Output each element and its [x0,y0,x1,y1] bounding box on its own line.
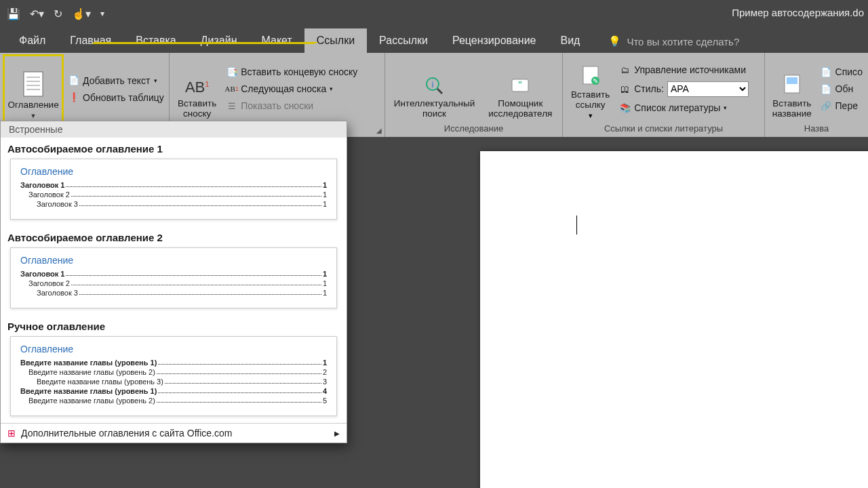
tell-me-search[interactable]: 💡 Что вы хотите сделать? [604,30,743,53]
caption-icon [782,73,802,96]
tab-mailings[interactable]: Рассылки [367,28,440,53]
preview-heading: Оглавление [20,166,327,177]
tab-home[interactable]: Главная [58,28,123,53]
document-area [347,137,868,488]
toc-row: Заголовок 11 [20,270,327,278]
toc-row: Заголовок 21 [20,190,327,199]
gallery-item-title: Автособираемое оглавление 2 [1,226,347,245]
bibliography-button[interactable]: 📚Список литературы▾ [618,101,750,115]
quote-icon: ” [510,76,530,96]
svg-text:i: i [431,79,433,89]
gallery-preview: ОглавлениеВведите название главы (уровен… [10,336,337,416]
researcher-button[interactable]: ” Помощник исследователя [483,56,557,122]
tab-file[interactable]: Файл [7,28,58,53]
ribbon-tabs: Файл Главная Вставка Дизайн Макет Ссылки… [0,27,868,53]
tab-review[interactable]: Рецензирование [440,28,549,53]
toc-label: Оглавление [7,100,58,110]
preview-heading: Оглавление [20,255,327,266]
undo-icon[interactable]: ↶▾ [30,7,44,20]
citation-style-row[interactable]: 🕮Стиль: APA [618,80,750,98]
qat-customize-icon[interactable]: ▾ [100,9,104,18]
document-page[interactable] [480,151,868,488]
text-caret [576,216,577,235]
toc-row: Введите название главы (уровень 2)2 [20,368,327,376]
tab-insert[interactable]: Вставка [123,28,188,53]
gallery-more-online[interactable]: ⊞ Дополнительные оглавления с сайта Offi… [1,423,347,443]
next-footnote-button[interactable]: AB1Следующая сноска ▾ [224,82,359,96]
update-icon: ❗ [68,92,79,103]
save-icon[interactable]: 💾 [7,7,20,20]
svg-text:✎: ✎ [593,77,598,85]
insert-endnote-button[interactable]: 📑Вставить концевую сноску [224,65,359,79]
list-icon: 📄 [821,66,832,78]
lightbulb-icon: 💡 [608,35,621,47]
svg-rect-14 [787,77,797,84]
toc-row: Введите название главы (уровень 3)3 [20,378,327,386]
preview-heading: Оглавление [20,344,327,354]
tab-view[interactable]: Вид [548,28,592,53]
show-notes-button[interactable]: ☰Показать сноски [224,99,359,113]
gallery-item[interactable]: Автособираемое оглавление 2ОглавлениеЗаг… [1,226,347,308]
insert-footnote-button[interactable]: AB1 Вставить сноску [174,56,220,122]
research-group-label: Исследование [389,122,558,136]
gallery-item[interactable]: Автособираемое оглавление 1ОглавлениеЗаг… [1,138,347,220]
toc-row: Введите название главы (уровень 1)1 [20,359,327,367]
tab-design[interactable]: Дизайн [189,28,250,53]
tell-me-placeholder: Что вы хотите сделать? [627,36,739,47]
toc-row: Заголовок 11 [20,181,327,189]
gallery-preview: ОглавлениеЗаголовок 11Заголовок 21Заголо… [10,159,337,220]
svg-line-6 [437,89,442,94]
gallery-item-title: Автособираемое оглавление 1 [1,138,347,156]
bibliography-icon: 📚 [619,102,631,114]
toc-row: Заголовок 31 [20,200,327,208]
svg-rect-0 [24,72,43,96]
toc-row: Введите название главы (уровень 1)4 [20,387,327,395]
insert-table-figures-button[interactable]: 📄Списо [819,65,864,79]
gallery-section-builtin: Встроенные [1,121,347,138]
add-text-icon: 📄 [68,75,79,86]
smart-lookup-button[interactable]: i Интеллектуальный поиск [390,56,479,122]
toc-row: Заголовок 21 [20,279,327,287]
quick-access-toolbar: 💾 ↶▾ ↻ ☝▾ ▾ Пример автосодержания.do [0,0,868,27]
update-captions-button[interactable]: 📄Обн [819,82,864,96]
insert-citation-button[interactable]: ✎ Вставить ссылку▼ [567,56,614,122]
redo-icon[interactable]: ↻ [54,7,62,20]
insert-caption-button[interactable]: Вставить название [769,56,815,122]
manage-sources-button[interactable]: 🗂Управление источниками [618,63,750,77]
gallery-item-title: Ручное оглавление [1,315,347,333]
ab-icon: AB1 [185,79,209,96]
show-notes-icon: ☰ [226,100,237,112]
tab-references[interactable]: Ссылки [304,28,367,53]
gallery-item[interactable]: Ручное оглавлениеОглавлениеВведите назва… [1,315,347,416]
add-text-button[interactable]: 📄Добавить текст▾ [66,73,165,87]
tab-layout[interactable]: Макет [250,28,304,53]
crossref-icon: 🔗 [821,100,832,112]
style-icon: 🕮 [619,83,631,95]
toc-icon [21,70,45,98]
toc-gallery: Встроенные Автособираемое оглавление 1Ог… [0,121,347,443]
toc-row: Заголовок 31 [20,289,327,297]
cross-reference-button[interactable]: 🔗Пере [819,99,864,113]
citations-group-label: Ссылки и списки литературы [567,122,760,136]
endnote-icon: 📑 [226,66,237,78]
gallery-preview: ОглавлениеЗаголовок 11Заголовок 21Заголо… [10,247,337,308]
citation-style-select[interactable]: APA [667,81,749,97]
svg-text:”: ” [519,80,522,92]
toc-button[interactable]: Оглавление ▼ [4,56,62,122]
update-cap-icon: 📄 [821,83,832,95]
manage-sources-icon: 🗂 [619,64,631,76]
magnifier-info-icon: i [425,76,445,96]
captions-group-label: Назва [769,122,864,136]
next-footnote-icon: AB1 [226,83,237,95]
footnotes-dialog-launcher[interactable]: ◢ [376,127,382,134]
touch-mode-icon[interactable]: ☝▾ [72,7,91,20]
update-table-button[interactable]: ❗Обновить таблицу [66,90,165,104]
toc-row: Введите название главы (уровень 2)5 [20,396,327,405]
office-icon: ⊞ [7,428,16,439]
chevron-right-icon: ▶ [334,430,340,437]
citation-icon: ✎ [580,64,601,87]
document-title: Пример автосодержания.do [732,7,864,18]
